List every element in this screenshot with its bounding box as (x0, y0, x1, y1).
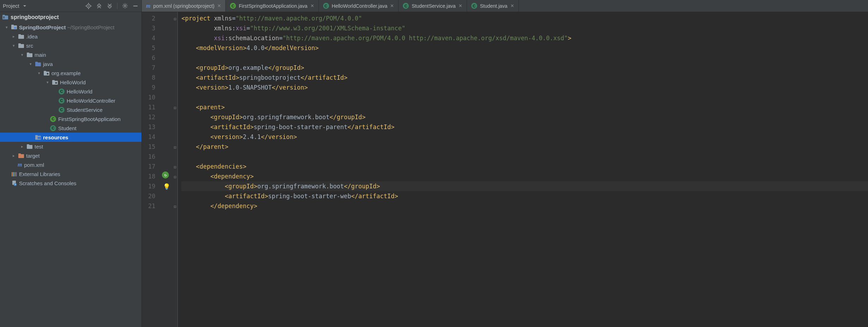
expand-all-icon[interactable] (96, 3, 102, 9)
chevron-down-icon[interactable]: ▾ (4, 25, 9, 30)
project-root[interactable]: springbootproject (0, 12, 141, 23)
chevron-down-icon[interactable]: ▾ (11, 43, 16, 48)
tab-label: StudentService.java (412, 3, 456, 9)
chevron-down-icon[interactable]: ▾ (37, 71, 42, 75)
project-view-label[interactable]: Project (3, 3, 19, 9)
collapse-all-icon[interactable] (107, 3, 113, 9)
tree-folder-target[interactable]: ▸ target (0, 151, 141, 160)
svg-rect-28 (18, 43, 21, 45)
close-icon[interactable]: ✕ (459, 3, 462, 8)
folder-icon (18, 34, 24, 39)
tab-label: HelloWorldController.java (332, 3, 388, 9)
project-root-label: springbootproject (11, 14, 59, 20)
svg-rect-26 (18, 34, 21, 36)
tab-student[interactable]: C Student.java ✕ (467, 0, 519, 12)
java-class-icon: C (471, 3, 477, 9)
tree-class-studentservice[interactable]: C StudentService (0, 105, 141, 114)
svg-line-15 (123, 7, 124, 8)
svg-rect-48 (12, 172, 13, 176)
tree-item-label: src (26, 43, 33, 49)
svg-rect-49 (13, 172, 14, 176)
tab-studentservice[interactable]: C StudentService.java ✕ (399, 0, 467, 12)
locate-icon[interactable] (85, 3, 92, 9)
tree-item-label: SpringBootProject (19, 24, 66, 30)
svg-rect-19 (2, 15, 5, 16)
tree-folder-main[interactable]: ▾ main (0, 50, 141, 59)
spring-reload-icon[interactable]: ↻ (162, 171, 169, 178)
line-number-gutter[interactable]: 23456789101112131415161718192021 (142, 12, 160, 327)
source-folder-icon (35, 62, 41, 66)
tree-item-label: HelloWorldController (67, 98, 115, 104)
tab-pom[interactable]: m pom.xml (springbootproject) ✕ (142, 0, 226, 12)
hide-icon[interactable] (132, 3, 139, 9)
tree-class-student[interactable]: C Student (0, 123, 141, 133)
close-icon[interactable]: ✕ (310, 3, 314, 8)
tab-springapp[interactable]: C FirstSpringBootApplication.java ✕ (226, 0, 319, 12)
tree-item-label: External Libraries (19, 171, 60, 177)
chevron-down-icon[interactable]: ▾ (45, 80, 50, 85)
tree-folder-src[interactable]: ▾ src (0, 41, 141, 50)
svg-rect-24 (14, 27, 16, 29)
editor-area: m pom.xml (springbootproject) ✕ C FirstS… (142, 0, 868, 327)
svg-rect-43 (40, 137, 41, 139)
project-tree[interactable]: ▾ SpringBootProject~/SpringBootProject ▸… (0, 23, 141, 327)
svg-rect-23 (11, 25, 14, 26)
tree-item-label: Scratches and Consoles (19, 180, 77, 186)
gutter-marks[interactable]: ↻ 💡 (160, 12, 172, 327)
tree-class-controller[interactable]: C HelloWorldController (0, 96, 141, 105)
fold-gutter[interactable]: ⊟ ⊟ ⊟ ⊟ ⊟ ⊟ (172, 12, 178, 327)
close-icon[interactable]: ✕ (390, 3, 394, 8)
tree-file-pom[interactable]: m pom.xml (0, 160, 141, 169)
editor-tabs: m pom.xml (springbootproject) ✕ C FirstS… (142, 0, 868, 12)
tree-folder-java[interactable]: ▾ java (0, 59, 141, 68)
chevron-down-icon[interactable]: ▾ (28, 62, 33, 66)
svg-rect-34 (44, 71, 46, 72)
close-icon[interactable]: ✕ (510, 3, 514, 8)
project-sidebar: Project springbootproject ▾ (0, 0, 142, 327)
close-icon[interactable]: ✕ (217, 3, 221, 8)
tree-external-libs[interactable]: ▸ External Libraries (0, 169, 141, 178)
chevron-right-icon[interactable]: ▸ (11, 153, 16, 158)
package-icon (44, 71, 49, 75)
resources-folder-icon (35, 135, 41, 140)
spring-class-icon: C (50, 116, 56, 122)
chevron-down-icon[interactable]: ▾ (20, 53, 25, 57)
tab-label: pom.xml (springbootproject) (153, 3, 214, 9)
svg-point-35 (47, 73, 49, 74)
svg-rect-40 (35, 135, 38, 137)
tab-label: FirstSpringBootApplication.java (239, 3, 308, 9)
tree-item-label: target (26, 153, 40, 159)
tree-item-label: test (35, 144, 43, 150)
tree-item-label: main (35, 52, 46, 58)
tree-class-springapp[interactable]: C FirstSpringBootApplication (0, 114, 141, 123)
chevron-down-icon[interactable] (22, 3, 28, 9)
sidebar-header: Project (0, 0, 141, 12)
tree-item-label: org.example (51, 70, 81, 76)
tree-class-helloworld[interactable]: C HelloWorld (0, 87, 141, 96)
tree-module[interactable]: ▾ SpringBootProject~/SpringBootProject (0, 23, 141, 32)
tab-controller[interactable]: C HelloWorldController.java ✕ (319, 0, 399, 12)
code-editor[interactable]: 23456789101112131415161718192021 ↻ 💡 ⊟ ⊟… (142, 12, 868, 327)
svg-point-38 (55, 82, 57, 84)
tree-folder-resources[interactable]: ▸ resources (0, 133, 141, 142)
tree-package[interactable]: ▾ org.example (0, 68, 141, 78)
library-icon (11, 171, 17, 177)
excluded-folder-icon (18, 153, 24, 158)
spring-class-icon: C (230, 3, 236, 9)
intention-bulb-icon[interactable]: 💡 (163, 182, 170, 192)
gear-icon[interactable] (122, 3, 128, 9)
chevron-right-icon[interactable]: ▸ (20, 144, 25, 149)
tree-folder-idea[interactable]: ▸ .idea (0, 32, 141, 41)
java-class-icon: C (59, 98, 65, 104)
tree-package-helloworld[interactable]: ▾ HelloWorld (0, 78, 141, 87)
java-class-icon: C (50, 125, 56, 131)
code-content[interactable]: <project xmlns="http://maven.apache.org/… (178, 12, 868, 327)
folder-icon (18, 43, 24, 48)
scratches-icon (11, 180, 17, 186)
chevron-right-icon[interactable]: ▸ (11, 34, 16, 39)
tree-folder-test[interactable]: ▸ test (0, 142, 141, 151)
svg-line-16 (126, 4, 127, 5)
svg-rect-21 (3, 18, 5, 18)
tree-scratches[interactable]: ▸ Scratches and Consoles (0, 178, 141, 188)
svg-rect-51 (16, 172, 17, 176)
